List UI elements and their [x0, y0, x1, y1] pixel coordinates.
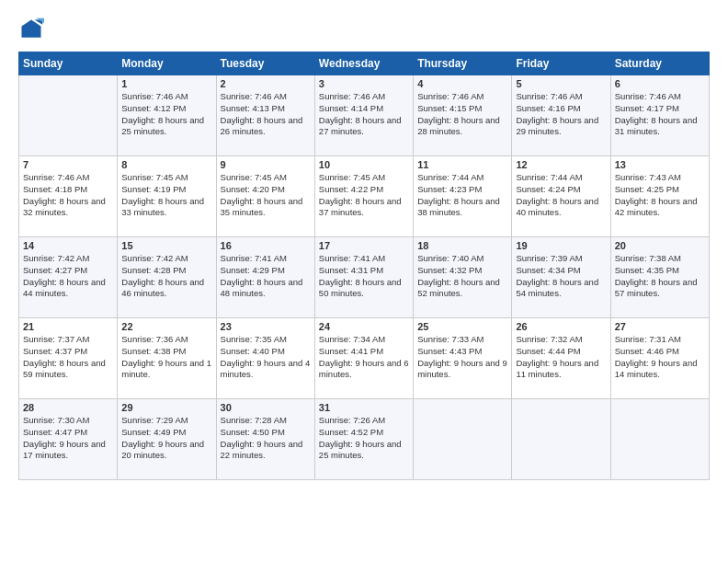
day-info: Sunrise: 7:26 AM Sunset: 4:52 PM Dayligh…	[319, 415, 409, 462]
day-info: Sunrise: 7:29 AM Sunset: 4:49 PM Dayligh…	[121, 415, 211, 462]
day-number: 16	[221, 240, 311, 251]
day-info: Sunrise: 7:46 AM Sunset: 4:13 PM Dayligh…	[221, 91, 311, 138]
day-number: 11	[417, 159, 507, 170]
calendar-week-row: 28Sunrise: 7:30 AM Sunset: 4:47 PM Dayli…	[19, 399, 710, 480]
calendar-cell: 3Sunrise: 7:46 AM Sunset: 4:14 PM Daylig…	[314, 75, 413, 156]
logo-icon	[18, 17, 44, 42]
calendar-cell: 13Sunrise: 7:43 AM Sunset: 4:25 PM Dayli…	[610, 156, 709, 237]
col-header-friday: Friday	[512, 52, 610, 75]
calendar-cell: 30Sunrise: 7:28 AM Sunset: 4:50 PM Dayli…	[216, 399, 314, 480]
col-header-sunday: Sunday	[19, 52, 118, 75]
calendar-cell: 6Sunrise: 7:46 AM Sunset: 4:17 PM Daylig…	[610, 75, 709, 156]
calendar-week-row: 14Sunrise: 7:42 AM Sunset: 4:27 PM Dayli…	[19, 237, 710, 318]
day-info: Sunrise: 7:41 AM Sunset: 4:31 PM Dayligh…	[319, 253, 409, 300]
col-header-thursday: Thursday	[414, 52, 512, 75]
calendar-cell: 4Sunrise: 7:46 AM Sunset: 4:15 PM Daylig…	[414, 75, 512, 156]
day-number: 4	[417, 78, 507, 89]
svg-marker-0	[22, 20, 41, 38]
calendar-cell: 15Sunrise: 7:42 AM Sunset: 4:28 PM Dayli…	[118, 237, 216, 318]
calendar-cell: 5Sunrise: 7:46 AM Sunset: 4:16 PM Daylig…	[512, 75, 610, 156]
day-number: 27	[615, 321, 705, 332]
day-info: Sunrise: 7:28 AM Sunset: 4:50 PM Dayligh…	[221, 415, 311, 462]
calendar-header-row: SundayMondayTuesdayWednesdayThursdayFrid…	[19, 52, 710, 75]
day-info: Sunrise: 7:30 AM Sunset: 4:47 PM Dayligh…	[23, 415, 113, 462]
day-number: 26	[516, 321, 606, 332]
day-info: Sunrise: 7:46 AM Sunset: 4:15 PM Dayligh…	[417, 91, 507, 138]
day-number: 10	[319, 159, 409, 170]
day-info: Sunrise: 7:45 AM Sunset: 4:20 PM Dayligh…	[221, 172, 311, 219]
calendar-cell: 2Sunrise: 7:46 AM Sunset: 4:13 PM Daylig…	[216, 75, 314, 156]
day-info: Sunrise: 7:35 AM Sunset: 4:40 PM Dayligh…	[221, 334, 311, 381]
day-number: 20	[615, 240, 705, 251]
day-number: 28	[23, 402, 113, 413]
day-number: 30	[221, 402, 311, 413]
calendar-cell: 27Sunrise: 7:31 AM Sunset: 4:46 PM Dayli…	[610, 318, 709, 399]
day-number: 31	[319, 402, 409, 413]
day-info: Sunrise: 7:41 AM Sunset: 4:29 PM Dayligh…	[221, 253, 311, 300]
calendar-cell: 22Sunrise: 7:36 AM Sunset: 4:38 PM Dayli…	[118, 318, 216, 399]
calendar-cell: 11Sunrise: 7:44 AM Sunset: 4:23 PM Dayli…	[414, 156, 512, 237]
day-number: 15	[121, 240, 211, 251]
calendar-cell: 26Sunrise: 7:32 AM Sunset: 4:44 PM Dayli…	[512, 318, 610, 399]
day-info: Sunrise: 7:46 AM Sunset: 4:18 PM Dayligh…	[23, 172, 113, 219]
calendar-cell: 14Sunrise: 7:42 AM Sunset: 4:27 PM Dayli…	[19, 237, 118, 318]
calendar-cell: 29Sunrise: 7:29 AM Sunset: 4:49 PM Dayli…	[118, 399, 216, 480]
day-info: Sunrise: 7:38 AM Sunset: 4:35 PM Dayligh…	[615, 253, 705, 300]
calendar-cell	[512, 399, 610, 480]
calendar-cell: 24Sunrise: 7:34 AM Sunset: 4:41 PM Dayli…	[314, 318, 413, 399]
calendar-cell: 7Sunrise: 7:46 AM Sunset: 4:18 PM Daylig…	[19, 156, 118, 237]
day-info: Sunrise: 7:46 AM Sunset: 4:17 PM Dayligh…	[615, 91, 705, 138]
day-info: Sunrise: 7:42 AM Sunset: 4:27 PM Dayligh…	[23, 253, 113, 300]
calendar-cell: 21Sunrise: 7:37 AM Sunset: 4:37 PM Dayli…	[19, 318, 118, 399]
day-number: 5	[516, 78, 606, 89]
day-info: Sunrise: 7:46 AM Sunset: 4:12 PM Dayligh…	[121, 91, 211, 138]
day-info: Sunrise: 7:45 AM Sunset: 4:22 PM Dayligh…	[319, 172, 409, 219]
day-number: 18	[417, 240, 507, 251]
calendar-cell: 16Sunrise: 7:41 AM Sunset: 4:29 PM Dayli…	[216, 237, 314, 318]
day-info: Sunrise: 7:32 AM Sunset: 4:44 PM Dayligh…	[516, 334, 606, 381]
calendar-cell: 18Sunrise: 7:40 AM Sunset: 4:32 PM Dayli…	[414, 237, 512, 318]
day-number: 1	[121, 78, 211, 89]
day-info: Sunrise: 7:31 AM Sunset: 4:46 PM Dayligh…	[615, 334, 705, 381]
day-number: 6	[615, 78, 705, 89]
page: SundayMondayTuesdayWednesdayThursdayFrid…	[0, 0, 728, 563]
calendar-cell: 8Sunrise: 7:45 AM Sunset: 4:19 PM Daylig…	[118, 156, 216, 237]
day-number: 24	[319, 321, 409, 332]
day-number: 3	[319, 78, 409, 89]
day-info: Sunrise: 7:39 AM Sunset: 4:34 PM Dayligh…	[516, 253, 606, 300]
day-number: 23	[221, 321, 311, 332]
day-info: Sunrise: 7:44 AM Sunset: 4:23 PM Dayligh…	[417, 172, 507, 219]
calendar-cell: 31Sunrise: 7:26 AM Sunset: 4:52 PM Dayli…	[314, 399, 413, 480]
calendar-cell: 19Sunrise: 7:39 AM Sunset: 4:34 PM Dayli…	[512, 237, 610, 318]
calendar-cell: 23Sunrise: 7:35 AM Sunset: 4:40 PM Dayli…	[216, 318, 314, 399]
day-info: Sunrise: 7:44 AM Sunset: 4:24 PM Dayligh…	[516, 172, 606, 219]
day-info: Sunrise: 7:34 AM Sunset: 4:41 PM Dayligh…	[319, 334, 409, 381]
calendar-cell	[19, 75, 118, 156]
col-header-saturday: Saturday	[610, 52, 709, 75]
calendar-week-row: 21Sunrise: 7:37 AM Sunset: 4:37 PM Dayli…	[19, 318, 710, 399]
day-info: Sunrise: 7:37 AM Sunset: 4:37 PM Dayligh…	[23, 334, 113, 381]
day-number: 14	[23, 240, 113, 251]
day-number: 8	[121, 159, 211, 170]
calendar-cell: 20Sunrise: 7:38 AM Sunset: 4:35 PM Dayli…	[610, 237, 709, 318]
day-number: 29	[121, 402, 211, 413]
day-info: Sunrise: 7:33 AM Sunset: 4:43 PM Dayligh…	[417, 334, 507, 381]
header	[18, 17, 710, 42]
day-info: Sunrise: 7:46 AM Sunset: 4:14 PM Dayligh…	[319, 91, 409, 138]
col-header-monday: Monday	[118, 52, 216, 75]
day-number: 25	[417, 321, 507, 332]
day-info: Sunrise: 7:43 AM Sunset: 4:25 PM Dayligh…	[615, 172, 705, 219]
day-number: 7	[23, 159, 113, 170]
col-header-wednesday: Wednesday	[314, 52, 413, 75]
calendar-cell	[414, 399, 512, 480]
calendar-cell: 12Sunrise: 7:44 AM Sunset: 4:24 PM Dayli…	[512, 156, 610, 237]
day-number: 12	[516, 159, 606, 170]
day-number: 22	[121, 321, 211, 332]
calendar-table: SundayMondayTuesdayWednesdayThursdayFrid…	[18, 52, 710, 480]
calendar-cell: 17Sunrise: 7:41 AM Sunset: 4:31 PM Dayli…	[314, 237, 413, 318]
day-info: Sunrise: 7:40 AM Sunset: 4:32 PM Dayligh…	[417, 253, 507, 300]
day-number: 13	[615, 159, 705, 170]
calendar-cell: 1Sunrise: 7:46 AM Sunset: 4:12 PM Daylig…	[118, 75, 216, 156]
calendar-cell: 10Sunrise: 7:45 AM Sunset: 4:22 PM Dayli…	[314, 156, 413, 237]
calendar-cell: 9Sunrise: 7:45 AM Sunset: 4:20 PM Daylig…	[216, 156, 314, 237]
